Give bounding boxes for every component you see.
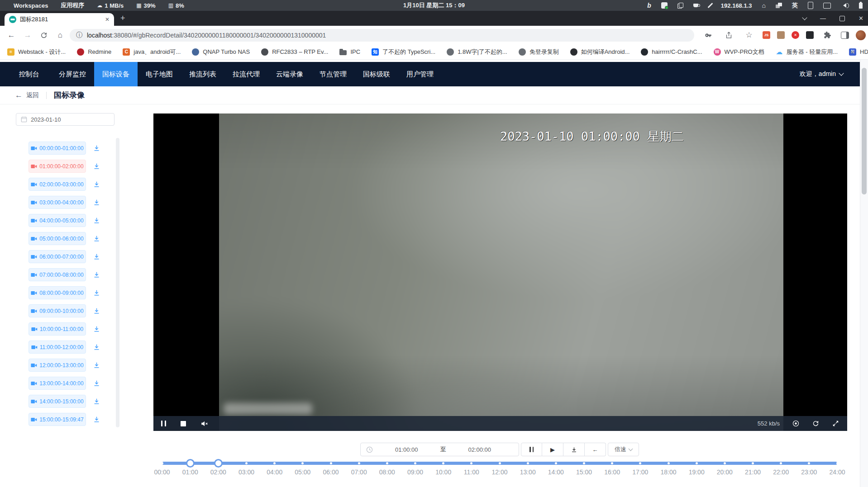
player-mute-icon[interactable] <box>200 420 209 428</box>
bing-tray-icon[interactable]: b <box>647 2 651 9</box>
system-clock[interactable]: 1月10日 星期二 15：09 <box>403 1 465 9</box>
download-button[interactable] <box>563 443 585 456</box>
nav-tab[interactable]: 云端录像 <box>268 62 311 86</box>
address-bar[interactable]: ⓘ localhost:38080/#/gbRecordDetail/34020… <box>70 29 694 42</box>
pause-button[interactable] <box>521 443 542 456</box>
record-time-button[interactable]: 03:00:00-04:00:00 <box>29 196 86 209</box>
bookmark[interactable]: Redmine <box>77 48 111 56</box>
coffee-tray-icon[interactable] <box>693 4 698 7</box>
new-tab-button[interactable]: + <box>120 11 125 26</box>
record-time-button[interactable]: 02:00:00-03:00:00 <box>29 178 86 191</box>
download-icon[interactable] <box>93 361 100 369</box>
home-button[interactable]: ⌂ <box>53 28 67 42</box>
extension-js-icon[interactable]: JS <box>763 31 770 39</box>
ip-address[interactable]: 192.168.1.3 <box>721 2 752 9</box>
url-text[interactable]: localhost:38080/#/gbRecordDetail/3402000… <box>87 32 326 39</box>
record-time-button[interactable]: 13:00:00-14:00:00 <box>29 377 86 390</box>
scrollbar-thumb[interactable] <box>862 68 867 194</box>
bookmark[interactable]: W WVP-PRO文档 <box>714 48 764 56</box>
fullscreen-icon[interactable] <box>832 420 839 427</box>
download-icon[interactable] <box>93 416 100 423</box>
workspaces-menu[interactable]: Workspaces <box>14 2 48 9</box>
bookmark[interactable]: hairrrrr/C-CrashC... <box>641 48 702 56</box>
extensions-puzzle-icon[interactable] <box>820 28 834 42</box>
download-icon[interactable] <box>93 379 100 387</box>
display-tray-icon[interactable] <box>823 3 831 9</box>
bookmark[interactable]: RFC2833 – RTP Ev... <box>261 48 328 56</box>
bookmark[interactable]: QNAP Turbo NAS <box>192 48 250 56</box>
window-maximize-button[interactable] <box>839 16 845 21</box>
record-time-button[interactable]: 10:00:00-11:00:00 <box>29 322 86 336</box>
record-time-button[interactable]: 06:00:00-07:00:00 <box>29 250 86 263</box>
download-icon[interactable] <box>93 253 100 260</box>
record-time-button[interactable]: 00:00:00-01:00:00 <box>29 142 86 155</box>
profile-avatar[interactable] <box>856 30 866 40</box>
timeline-slider[interactable]: 00:0001:0002:0003:0004:0005:0006:0007:00… <box>162 460 837 487</box>
password-key-icon[interactable] <box>701 28 715 42</box>
download-icon[interactable] <box>93 343 100 351</box>
nav-tab[interactable]: 国标级联 <box>355 62 398 86</box>
timeline-handle[interactable] <box>186 459 195 468</box>
seek-back-button[interactable]: ← <box>585 443 606 456</box>
window-close-button[interactable]: ✕ <box>858 15 863 22</box>
bookmark[interactable]: ☁ 服务器 - 轻量应用... <box>776 48 838 56</box>
end-time-value[interactable]: 02:00:00 <box>446 446 514 453</box>
sidebar-scrollbar[interactable] <box>116 138 119 427</box>
speed-dropdown[interactable]: 倍速 <box>608 443 639 456</box>
input-method-indicator[interactable]: 英 <box>792 1 798 9</box>
download-icon[interactable] <box>93 144 100 152</box>
download-icon[interactable] <box>93 162 100 170</box>
app-tray-icon[interactable] <box>661 2 668 9</box>
start-time-value[interactable]: 01:00:00 <box>373 446 440 453</box>
nav-tab[interactable]: 用户管理 <box>398 62 442 86</box>
browser-tab[interactable]: 国标28181 ✕ <box>5 13 114 26</box>
record-time-button[interactable]: 14:00:00-15:00:00 <box>29 395 86 408</box>
home-tray-icon[interactable]: ⌂ <box>762 2 766 9</box>
download-icon[interactable] <box>93 217 100 224</box>
download-icon[interactable] <box>93 271 100 279</box>
player-pause-icon[interactable] <box>161 421 166 426</box>
bookmark[interactable]: ≡ Webstack - 设计... <box>7 48 66 56</box>
reload-button[interactable] <box>37 28 51 42</box>
volume-tray-icon[interactable] <box>841 3 849 8</box>
download-icon[interactable] <box>93 397 100 405</box>
download-icon[interactable] <box>93 325 100 333</box>
nav-tab[interactable]: 电子地图 <box>138 62 181 86</box>
rotation-tray-icon[interactable] <box>808 2 813 9</box>
applications-menu[interactable]: 应用程序 <box>61 1 84 9</box>
record-time-button[interactable]: 09:00:00-10:00:00 <box>29 304 86 317</box>
video-player[interactable]: 2023-01-10 01:00:00 星期二 552 kb/s <box>153 113 847 431</box>
record-time-button[interactable]: 05:00:00-06:00:00 <box>29 232 86 245</box>
bookmark-star-icon[interactable]: ☆ <box>742 28 756 42</box>
bookmark[interactable]: 知 了不起的 TypeScri... <box>372 48 435 56</box>
window-minimize-button[interactable]: — <box>820 15 826 22</box>
record-time-button[interactable]: 12:00:00-13:00:00 <box>29 359 86 372</box>
user-menu[interactable]: 欢迎，admin <box>800 70 860 78</box>
date-picker[interactable]: 2023-01-10 <box>16 113 114 126</box>
download-icon[interactable] <box>93 199 100 206</box>
bookmark[interactable]: IPC <box>339 48 360 55</box>
record-time-button[interactable]: 08:00:00-09:00:00 <box>29 286 86 299</box>
back-button[interactable]: ← <box>5 28 18 42</box>
timeline-handle[interactable] <box>214 459 223 468</box>
pen-tray-icon[interactable] <box>707 3 713 8</box>
nav-tab[interactable]: 国标设备 <box>94 62 138 86</box>
side-panel-icon[interactable] <box>841 32 849 39</box>
record-time-button[interactable]: 04:00:00-05:00:00 <box>29 214 86 227</box>
timeline-track[interactable] <box>162 462 837 465</box>
nav-tab[interactable]: 拉流代理 <box>224 62 268 86</box>
nav-tab[interactable]: 推流列表 <box>181 62 224 86</box>
nav-tab[interactable]: 控制台 <box>7 62 51 86</box>
bookmark[interactable]: 免登录复制 <box>519 48 559 56</box>
bookmark[interactable]: C java、android可... <box>123 48 181 56</box>
download-icon[interactable] <box>93 180 100 188</box>
download-icon[interactable] <box>93 307 100 315</box>
windows-tray-icon[interactable] <box>776 3 782 8</box>
extension-blocker-icon[interactable]: ✕ <box>792 31 799 39</box>
snapshot-icon[interactable] <box>792 420 800 427</box>
record-time-button[interactable]: 15:00:00-15:09:47 <box>29 413 86 426</box>
nav-tab[interactable]: 节点管理 <box>311 62 355 86</box>
record-time-button[interactable]: 11:00:00-12:00:00 <box>29 340 86 354</box>
record-time-button[interactable]: 07:00:00-08:00:00 <box>29 268 86 281</box>
player-stop-icon[interactable] <box>181 421 186 426</box>
